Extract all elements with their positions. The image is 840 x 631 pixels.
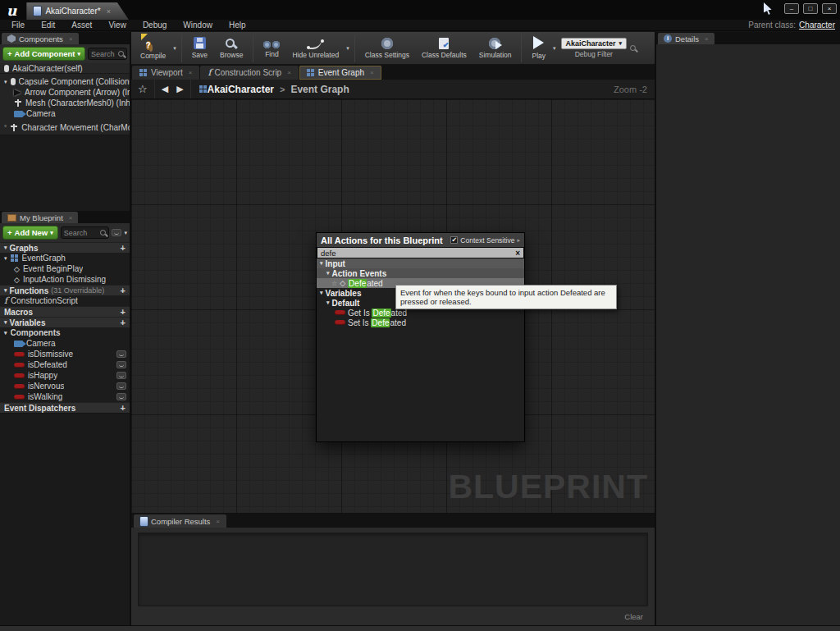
actions-search-input[interactable]: [321, 249, 515, 258]
add-new-button[interactable]: + Add New ▾: [2, 226, 58, 240]
close-icon[interactable]: ×: [69, 35, 73, 43]
eye-closed-icon[interactable]: [116, 361, 126, 368]
components-search[interactable]: [88, 48, 127, 60]
simulation-button[interactable]: Simulation: [473, 33, 518, 64]
menu-file[interactable]: File: [3, 21, 33, 30]
my-blueprint-search-input[interactable]: [64, 229, 101, 237]
forward-arrow-icon[interactable]: ▶: [176, 84, 183, 94]
context-sensitive-toggle[interactable]: ✔ Context Sensitive ▸: [450, 236, 520, 245]
eye-closed-icon[interactable]: [116, 350, 126, 358]
component-row-mesh[interactable]: Mesh (CharacterMesh0) (Inherited): [0, 98, 130, 108]
actions-category-input[interactable]: ▾ Input: [317, 258, 524, 268]
hide-unrelated-button[interactable]: Hide Unrelated: [286, 33, 345, 64]
tab-compiler-results[interactable]: Compiler Results ×: [134, 514, 226, 528]
component-row-capsule[interactable]: ▾ Capsule Component (CollisionCylind: [0, 76, 130, 87]
expander-icon[interactable]: ▾: [326, 270, 330, 277]
add-graph-icon[interactable]: +: [121, 243, 126, 253]
tab-components-panel[interactable]: Components ×: [2, 33, 79, 44]
debug-object-dropdown[interactable]: AkaiCharacter ▾: [561, 38, 628, 49]
close-tab-icon[interactable]: ×: [107, 7, 111, 16]
variable-row-iswalking[interactable]: isWalking: [0, 391, 130, 402]
breadcrumb-blueprint[interactable]: AkaiCharacter: [208, 84, 274, 95]
actions-search[interactable]: ×: [317, 247, 524, 258]
menu-debug[interactable]: Debug: [135, 21, 175, 30]
tab-my-blueprint-panel[interactable]: My Blueprint ×: [2, 212, 78, 223]
class-settings-button[interactable]: Class Settings: [359, 33, 415, 64]
menu-asset[interactable]: Asset: [63, 21, 100, 30]
menu-help[interactable]: Help: [221, 21, 254, 30]
event-dispatchers-header[interactable]: Event Dispatchers +: [0, 402, 130, 413]
asset-window-tab[interactable]: AkaiCharacter* ×: [26, 2, 129, 20]
add-variable-icon[interactable]: +: [121, 318, 126, 327]
expander-icon[interactable]: ▾: [4, 330, 7, 336]
expander-icon[interactable]: ▾: [320, 260, 323, 267]
clear-button[interactable]: Clear: [624, 612, 643, 621]
add-dispatcher-icon[interactable]: +: [121, 403, 126, 413]
expander-icon[interactable]: ▾: [320, 290, 323, 296]
component-self-row[interactable]: AkaiCharacter(self): [0, 63, 130, 74]
save-button[interactable]: Save: [186, 33, 213, 64]
class-defaults-button[interactable]: ✔ Class Defaults: [416, 33, 472, 64]
play-button[interactable]: Play: [526, 33, 551, 64]
add-macro-icon[interactable]: +: [121, 307, 126, 317]
breadcrumb-event-graph[interactable]: Event Graph: [290, 84, 349, 95]
add-component-button[interactable]: + Add Component ▾: [2, 47, 85, 61]
graphs-header[interactable]: ▾ Graphs +: [0, 242, 130, 253]
variable-row-isdefeated[interactable]: isDefeated: [0, 359, 130, 370]
event-graph-canvas[interactable]: BLUEPRINT All Actions for this Blueprint…: [131, 99, 655, 513]
variables-header[interactable]: ▾ Variables +: [0, 317, 130, 327]
close-icon[interactable]: ×: [69, 214, 73, 222]
close-window-button[interactable]: ×: [822, 3, 837, 14]
compile-options-chevron-icon[interactable]: ▾: [173, 45, 176, 52]
components-search-input[interactable]: [91, 50, 118, 58]
component-row-camera[interactable]: Camera: [0, 108, 130, 119]
eye-closed-icon[interactable]: [116, 382, 126, 390]
close-icon[interactable]: ×: [287, 69, 291, 76]
add-function-icon[interactable]: +: [121, 286, 126, 295]
debug-search-icon[interactable]: [630, 45, 636, 51]
clear-search-icon[interactable]: ×: [515, 249, 520, 258]
component-row-arrow[interactable]: Arrow Component (Arrow) (Inherite: [0, 87, 130, 98]
back-arrow-icon[interactable]: ◀: [162, 84, 168, 94]
play-options-chevron-icon[interactable]: ▾: [553, 45, 556, 52]
menu-edit[interactable]: Edit: [33, 21, 63, 30]
expander-icon[interactable]: ▾: [4, 245, 7, 251]
tab-event-graph[interactable]: Event Graph ×: [299, 66, 381, 80]
parent-class-link[interactable]: Character: [799, 21, 835, 30]
chevron-down-icon[interactable]: ▾: [124, 230, 127, 236]
minimize-button[interactable]: –: [784, 3, 799, 14]
variable-camera-row[interactable]: Camera: [0, 338, 130, 349]
favorite-star-icon[interactable]: ☆: [138, 83, 148, 95]
expander-icon[interactable]: ▾: [4, 287, 7, 294]
maximize-button[interactable]: □: [803, 3, 818, 14]
checkbox-checked-icon[interactable]: ✔: [450, 236, 458, 244]
favorite-star-icon[interactable]: ☆: [331, 280, 337, 287]
component-row-character-movement[interactable]: ° Character Movement (CharMoveCon: [0, 122, 130, 133]
view-options-eye-icon[interactable]: [112, 229, 121, 236]
expander-icon[interactable]: ▾: [4, 319, 7, 326]
expander-icon[interactable]: ▾: [4, 255, 7, 262]
inputaction-dismissing-row[interactable]: ◇ InputAction Dismissing: [0, 274, 130, 285]
variables-components-category[interactable]: ▾ Components: [0, 327, 130, 338]
close-icon[interactable]: ×: [189, 69, 193, 76]
tab-construction-script[interactable]: f Construction Scrip ×: [200, 66, 298, 80]
eye-closed-icon[interactable]: [116, 372, 126, 379]
close-icon[interactable]: ×: [216, 518, 220, 525]
find-button[interactable]: Find: [258, 33, 285, 64]
my-blueprint-search[interactable]: [61, 226, 110, 239]
browse-button[interactable]: Browse: [214, 33, 249, 64]
tab-details[interactable]: i Details ×: [658, 33, 714, 44]
variable-row-ishappy[interactable]: isHappy: [0, 370, 130, 381]
variable-row-isdismissive[interactable]: isDismissive: [0, 349, 130, 359]
close-icon[interactable]: ×: [370, 69, 374, 76]
functions-header[interactable]: ▾ Functions (31 Overridable) +: [0, 285, 130, 295]
event-beginplay-row[interactable]: ◇ Event BeginPlay: [0, 263, 130, 274]
construction-script-row[interactable]: f ConstructionScript: [0, 295, 130, 306]
eventgraph-row[interactable]: ▾ EventGraph: [0, 253, 130, 263]
actions-category-action-events[interactable]: ▾ Action Events: [317, 268, 524, 278]
expander-icon[interactable]: ▾: [326, 299, 330, 306]
menu-view[interactable]: View: [100, 21, 135, 30]
expander-icon[interactable]: ▾: [4, 79, 7, 85]
variable-row-isnervous[interactable]: isNervous: [0, 381, 130, 391]
macros-header[interactable]: Macros +: [0, 306, 130, 317]
